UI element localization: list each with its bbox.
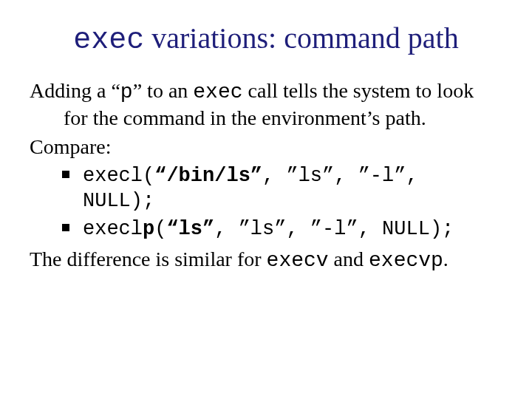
p3-t2: and xyxy=(329,248,369,270)
square-bullet-icon xyxy=(62,171,69,178)
p1-t1: Adding a “ xyxy=(30,79,120,102)
b2-post2: , ”ls”, ”-l”, NULL); xyxy=(214,218,454,240)
paragraph-2: Compare: xyxy=(30,134,502,160)
b1-post1: , ”ls”, ”-l”, xyxy=(262,165,418,187)
slide-title: exec variations: command path xyxy=(30,21,502,57)
title-text: variations: command path xyxy=(144,21,458,55)
b2-pre: execl xyxy=(83,218,143,240)
square-bullet-icon xyxy=(62,224,69,231)
title-code: exec xyxy=(73,24,144,57)
p3-t3: . xyxy=(443,248,449,270)
slide-body: Adding a “p” to an exec call tells the s… xyxy=(30,78,502,273)
b1-bold: “/bin/ls” xyxy=(154,165,262,187)
p1-code2: exec xyxy=(193,81,242,103)
p1-t2: ” to an xyxy=(133,79,194,102)
b1-post2: NULL); xyxy=(83,189,502,214)
bullet-1: execl(“/bin/ls”, ”ls”, ”-l”, NULL); xyxy=(62,164,502,214)
p3-code1: execv xyxy=(267,249,329,272)
bullet-list: execl(“/bin/ls”, ”ls”, ”-l”, NULL); exec… xyxy=(30,164,502,242)
p3-t1: The difference is similar for xyxy=(30,248,267,270)
b2-post1: ( xyxy=(154,218,166,240)
p1-code1: p xyxy=(120,81,133,103)
paragraph-1: Adding a “p” to an exec call tells the s… xyxy=(30,78,502,131)
b2-boldp: p xyxy=(143,218,154,240)
p3-code2: execvp xyxy=(369,249,443,272)
b1-pre: execl( xyxy=(83,165,154,187)
paragraph-3: The difference is similar for execv and … xyxy=(30,246,502,273)
slide: exec variations: command path Adding a “… xyxy=(0,0,532,291)
b2-bold2: “ls” xyxy=(166,218,214,240)
bullet-2: execlp(“ls”, ”ls”, ”-l”, NULL); xyxy=(62,217,502,242)
p2-text: Compare: xyxy=(30,135,111,158)
